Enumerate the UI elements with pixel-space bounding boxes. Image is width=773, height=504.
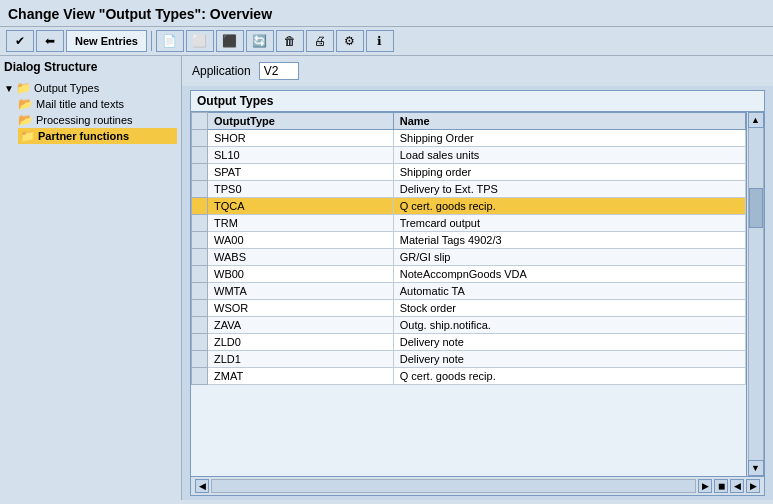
row-selector[interactable] [192,368,208,385]
row-selector[interactable] [192,147,208,164]
table-row[interactable]: ZLD0Delivery note [192,334,746,351]
table-row[interactable]: ZLD1Delivery note [192,351,746,368]
table-row[interactable]: WA00Material Tags 4902/3 [192,232,746,249]
cell-output-type: WA00 [208,232,394,249]
scroll-up-button[interactable]: ▲ [748,112,764,128]
cell-output-type: SL10 [208,147,394,164]
table-row[interactable]: ZAVAOutg. ship.notifica. [192,317,746,334]
col-header-selector [192,113,208,130]
table-row[interactable]: WMTAAutomatic TA [192,283,746,300]
back-button[interactable]: ⬅ [36,30,64,52]
row-selector[interactable] [192,164,208,181]
scroll-left2-button[interactable]: ◀ [730,479,744,493]
col-header-name: Name [393,113,745,130]
back-icon: ⬅ [41,32,59,50]
scroll-right-button[interactable]: ▶ [698,479,712,493]
scroll-down-button[interactable]: ▼ [748,460,764,476]
scroll-left-button[interactable]: ◀ [195,479,209,493]
row-selector[interactable] [192,283,208,300]
row-selector[interactable] [192,181,208,198]
detail-icon: 📄 [161,32,179,50]
cell-name: Outg. ship.notifica. [393,317,745,334]
sidebar-sub-label-processing: Processing routines [36,114,133,126]
cell-output-type: ZMAT [208,368,394,385]
cell-name: Q cert. goods recip. [393,368,745,385]
folder-icon-partner: 📁 [20,129,35,143]
copy2-icon: ⬛ [221,32,239,50]
cell-output-type: TQCA [208,198,394,215]
row-selector[interactable] [192,334,208,351]
page-title: Change View "Output Types": Overview [8,6,272,22]
cell-output-type: WB00 [208,266,394,283]
cell-output-type: WSOR [208,300,394,317]
app-row: Application V2 [182,56,773,86]
table-row[interactable]: SHORShipping Order [192,130,746,147]
cell-name: Tremcard output [393,215,745,232]
output-types-panel: Output Types OutputType Name SHORShippin… [190,90,765,496]
output-types-table: OutputType Name SHORShipping OrderSL10Lo… [191,112,746,385]
cell-name: Delivery to Ext. TPS [393,181,745,198]
toolbar: ✔ ⬅ New Entries 📄 ⬜ ⬛ 🔄 🗑 🖨 ⚙ ℹ [0,27,773,56]
row-selector[interactable] [192,249,208,266]
table-row[interactable]: WSORStock order [192,300,746,317]
cell-name: Delivery note [393,334,745,351]
cell-name: Material Tags 4902/3 [393,232,745,249]
row-selector[interactable] [192,266,208,283]
cell-name: NoteAccompnGoods VDA [393,266,745,283]
settings-button[interactable]: ⚙ [336,30,364,52]
cell-name: GR/GI slip [393,249,745,266]
detail-button[interactable]: 📄 [156,30,184,52]
tree-arrow-icon: ▼ [4,83,14,94]
row-selector[interactable] [192,232,208,249]
row-selector[interactable] [192,317,208,334]
content-area: Application V2 Output Types OutputType N… [182,56,773,500]
scroll-right2-button[interactable]: ▶ [746,479,760,493]
new-entries-button[interactable]: New Entries [66,30,147,52]
row-selector[interactable] [192,300,208,317]
panel-title: Output Types [191,91,764,112]
table-wrapper: OutputType Name SHORShipping OrderSL10Lo… [191,112,746,476]
main-area: Dialog Structure ▼ 📁 Output Types 📂 Mail… [0,56,773,500]
cell-output-type: TRM [208,215,394,232]
info-button[interactable]: ℹ [366,30,394,52]
table-row[interactable]: TQCAQ cert. goods recip. [192,198,746,215]
sidebar-item-output-types[interactable]: ▼ 📁 Output Types [4,80,177,96]
copy2-button[interactable]: ⬛ [216,30,244,52]
sidebar-item-processing[interactable]: 📂 Processing routines [18,112,177,128]
new-entries-label: New Entries [75,35,138,47]
scroll-thumb[interactable] [749,188,763,228]
row-selector[interactable] [192,215,208,232]
cell-output-type: TPS0 [208,181,394,198]
cell-output-type: ZAVA [208,317,394,334]
table-row[interactable]: WB00NoteAccompnGoods VDA [192,266,746,283]
table-row[interactable]: TRMTremcard output [192,215,746,232]
cell-output-type: SPAT [208,164,394,181]
col-header-output-type: OutputType [208,113,394,130]
row-selector[interactable] [192,351,208,368]
sidebar-sub-label-mail: Mail title and texts [36,98,124,110]
table-row[interactable]: SPATShipping order [192,164,746,181]
folder-icon-mail: 📂 [18,97,33,111]
print-button[interactable]: 🖨 [306,30,334,52]
cell-name: Delivery note [393,351,745,368]
sidebar-item-label-output-types: Output Types [34,82,99,94]
sidebar-title: Dialog Structure [4,60,177,74]
delete-button[interactable]: 🗑 [276,30,304,52]
save-button[interactable]: ✔ [6,30,34,52]
sidebar-item-mail-title[interactable]: 📂 Mail title and texts [18,96,177,112]
horiz-scroll-track [211,479,696,493]
move-button[interactable]: 🔄 [246,30,274,52]
row-selector[interactable] [192,130,208,147]
copy-button[interactable]: ⬜ [186,30,214,52]
table-row[interactable]: ZMATQ cert. goods recip. [192,368,746,385]
row-selector[interactable] [192,198,208,215]
table-row[interactable]: SL10Load sales units [192,147,746,164]
table-row[interactable]: WABSGR/GI slip [192,249,746,266]
folder-icon-processing: 📂 [18,113,33,127]
table-row[interactable]: TPS0Delivery to Ext. TPS [192,181,746,198]
cell-name: Q cert. goods recip. [393,198,745,215]
print-icon: 🖨 [311,32,329,50]
sidebar-item-partner-functions[interactable]: 📁 Partner functions [18,128,177,144]
cell-name: Load sales units [393,147,745,164]
corner-nav-button[interactable]: ◼ [714,479,728,493]
